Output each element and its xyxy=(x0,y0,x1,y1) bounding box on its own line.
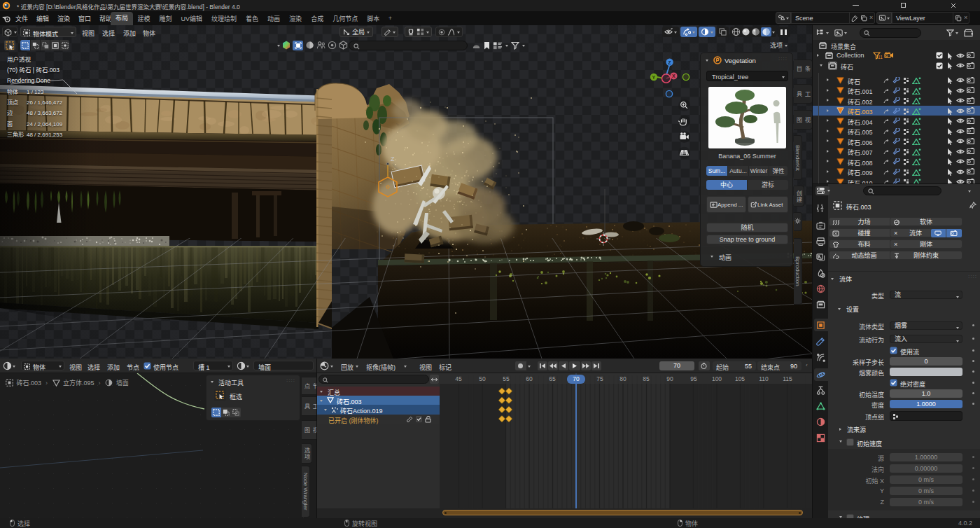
svg-text:Z: Z xyxy=(668,60,671,65)
svg-text:11: 11 xyxy=(878,55,883,60)
svg-text:Z: Z xyxy=(391,155,395,162)
svg-text:Y: Y xyxy=(652,75,656,80)
svg-text:X: X xyxy=(672,74,676,78)
